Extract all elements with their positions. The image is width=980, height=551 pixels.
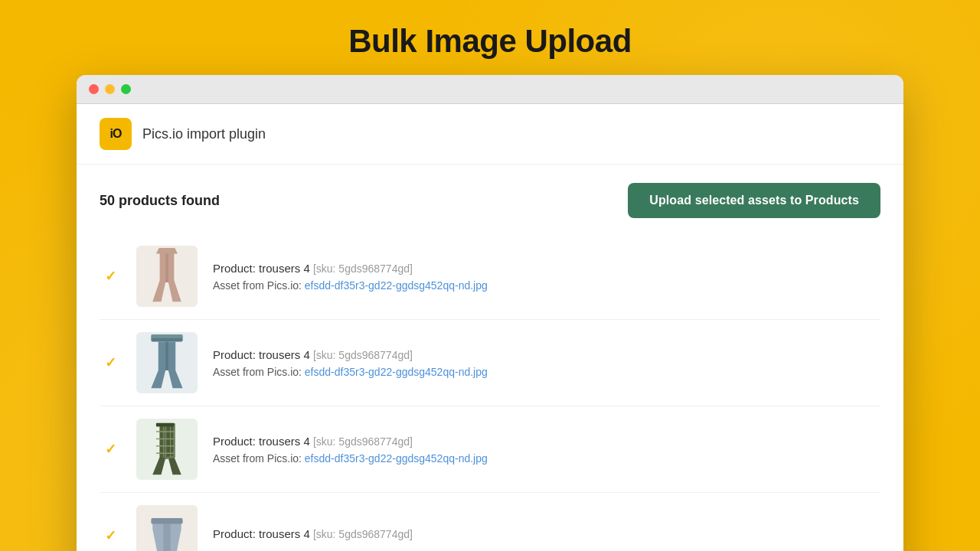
maximize-button[interactable]: [121, 84, 131, 94]
svg-rect-11: [151, 518, 182, 524]
page-title: Bulk Image Upload: [348, 23, 632, 60]
asset-prefix-1: Asset from Pics.io:: [213, 279, 305, 292]
product-name-4: Product: trousers 4 [sku: 5gds968774gd]: [213, 527, 880, 540]
asset-info-3: Asset from Pics.io: efsdd-df35r3-gd22-gg…: [213, 452, 880, 465]
table-row: ✓ Product: trousers 4 [sku: 5gds968774gd…: [100, 233, 880, 320]
plugin-logo: iO: [100, 118, 132, 150]
product-info-3: Product: trousers 4 [sku: 5gds968774gd] …: [213, 435, 880, 465]
upload-selected-assets-button[interactable]: Upload selected assets to Products: [628, 183, 880, 218]
checkbox-3[interactable]: ✓: [100, 441, 121, 458]
product-name-1: Product: trousers 4 [sku: 5gds968774gd]: [213, 262, 880, 275]
product-info-4: Product: trousers 4 [sku: 5gds968774gd]: [213, 527, 880, 545]
upload-button-wrapper: Upload selected assets to Products: [628, 183, 880, 218]
product-image-4: [136, 505, 198, 551]
plugin-header: iO Pics.io import plugin: [77, 104, 903, 165]
window-content: iO Pics.io import plugin 50 products fou…: [77, 104, 903, 551]
product-image-2: [136, 332, 198, 393]
product-list: ✓ Product: trousers 4 [sku: 5gds968774gd…: [100, 233, 880, 551]
asset-info-1: Asset from Pics.io: efsdd-df35r3-gd22-gg…: [213, 279, 880, 292]
asset-link-2[interactable]: efsdd-df35r3-gd22-ggdsg452qq-nd.jpg: [305, 366, 488, 378]
checkmark-icon: ✓: [102, 527, 119, 544]
top-bar: 50 products found Upload selected assets…: [100, 183, 880, 218]
checkmark-icon: ✓: [102, 354, 119, 371]
minimize-button[interactable]: [105, 84, 115, 94]
table-row: ✓ Product: trousers 4 [sku: 5gds968774gd…: [100, 493, 880, 551]
checkbox-4[interactable]: ✓: [100, 527, 121, 544]
checkmark-icon: ✓: [102, 268, 119, 285]
product-name-3: Product: trousers 4 [sku: 5gds968774gd]: [213, 435, 880, 448]
app-window: iO Pics.io import plugin 50 products fou…: [77, 75, 903, 551]
product-image-1: [136, 246, 198, 307]
products-count: 50 products found: [100, 193, 220, 209]
svg-rect-2: [151, 334, 182, 338]
main-area: 50 products found Upload selected assets…: [77, 165, 903, 551]
table-row: ✓ Product: trousers 4 [sku:: [100, 320, 880, 406]
asset-link-3[interactable]: efsdd-df35r3-gd22-ggdsg452qq-nd.jpg: [305, 452, 488, 465]
svg-rect-10: [156, 422, 174, 426]
asset-link-1[interactable]: efsdd-df35r3-gd22-ggdsg452qq-nd.jpg: [305, 279, 488, 292]
window-titlebar: [77, 75, 903, 104]
checkbox-2[interactable]: ✓: [100, 354, 121, 371]
asset-prefix-2: Asset from Pics.io:: [213, 366, 305, 378]
checkmark-icon: ✓: [102, 441, 119, 458]
asset-info-2: Asset from Pics.io: efsdd-df35r3-gd22-gg…: [213, 366, 880, 378]
table-row: ✓: [100, 406, 880, 493]
close-button[interactable]: [89, 84, 99, 94]
checkbox-1[interactable]: ✓: [100, 268, 121, 285]
product-info-2: Product: trousers 4 [sku: 5gds968774gd] …: [213, 348, 880, 378]
product-image-3: [136, 419, 198, 480]
asset-prefix-3: Asset from Pics.io:: [213, 452, 305, 465]
product-name-2: Product: trousers 4 [sku: 5gds968774gd]: [213, 348, 880, 361]
plugin-name: Pics.io import plugin: [142, 126, 266, 142]
product-info-1: Product: trousers 4 [sku: 5gds968774gd] …: [213, 262, 880, 292]
